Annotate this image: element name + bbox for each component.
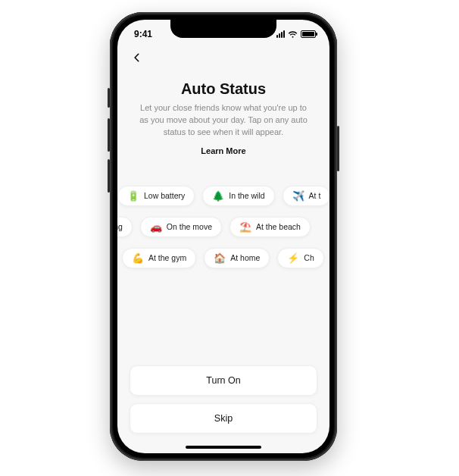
battery-icon [301,30,316,38]
learn-more-link[interactable]: Learn More [117,146,329,155]
low-battery-icon: 🔋 [127,191,139,201]
skip-button[interactable]: Skip [130,403,317,434]
notch [170,20,276,38]
car-icon: 🚗 [150,222,162,232]
chip-label: At the beach [256,222,301,231]
chip-label: ping [117,222,123,231]
home-indicator[interactable] [186,446,261,449]
lightning-icon: ⚡ [287,253,299,263]
side-button [108,88,110,108]
status-time: 9:41 [134,29,152,39]
chip-label: On the move [167,222,212,231]
chip-row: 💪 At the gym 🏠 At home ⚡ Ch [117,248,329,268]
back-button[interactable] [128,49,146,67]
status-chip-at-the-beach[interactable]: ⛱️ At the beach [230,217,311,237]
status-chip-charging[interactable]: ⚡ Ch [277,248,323,268]
page-subtitle: Let your close friends know what you're … [137,102,310,139]
airplane-icon: ✈️ [292,191,304,201]
phone-frame: 9:41 Auto Status Let your close friends … [110,12,337,461]
side-button [108,159,110,193]
status-chip-on-the-move[interactable]: 🚗 On the move [140,217,222,237]
status-chip-in-the-wild[interactable]: 🌲 In the wild [202,186,274,206]
status-chip-at-home[interactable]: 🏠 At home [204,248,270,268]
flexed-biceps-icon: 💪 [132,253,144,263]
cellular-signal-icon [276,30,285,38]
status-chip-rows: 🔋 Low battery 🌲 In the wild ✈️ At t [117,186,329,268]
status-right [276,30,316,38]
side-button [337,126,339,171]
chip-row: ping 🚗 On the move ⛱️ At the beach [117,217,329,237]
chip-label: At t [309,191,321,200]
screen: 9:41 Auto Status Let your close friends … [117,20,329,453]
chip-label: Ch [304,253,314,262]
chip-row: 🔋 Low battery 🌲 In the wild ✈️ At t [117,186,329,206]
content: Auto Status Let your close friends know … [117,74,329,453]
chip-label: At the gym [148,253,186,262]
chip-label: Low battery [144,191,185,200]
wifi-icon [288,30,298,38]
status-chip-partial-left[interactable]: ping [117,217,133,237]
side-button [108,118,110,152]
house-icon: 🏠 [214,253,226,263]
page-title: Auto Status [130,80,317,98]
bottom-actions: Turn On Skip [117,365,329,447]
chevron-left-icon [132,52,142,63]
chip-label: In the wild [229,191,264,200]
beach-umbrella-icon: ⛱️ [239,222,251,232]
status-chip-at-the-gym[interactable]: 💪 At the gym [122,248,196,268]
chip-label: At home [230,253,260,262]
status-chip-low-battery[interactable]: 🔋 Low battery [117,186,195,206]
tree-icon: 🌲 [212,191,224,201]
turn-on-button[interactable]: Turn On [130,365,317,396]
status-chip-at-the-airport[interactable]: ✈️ At t [283,186,329,206]
